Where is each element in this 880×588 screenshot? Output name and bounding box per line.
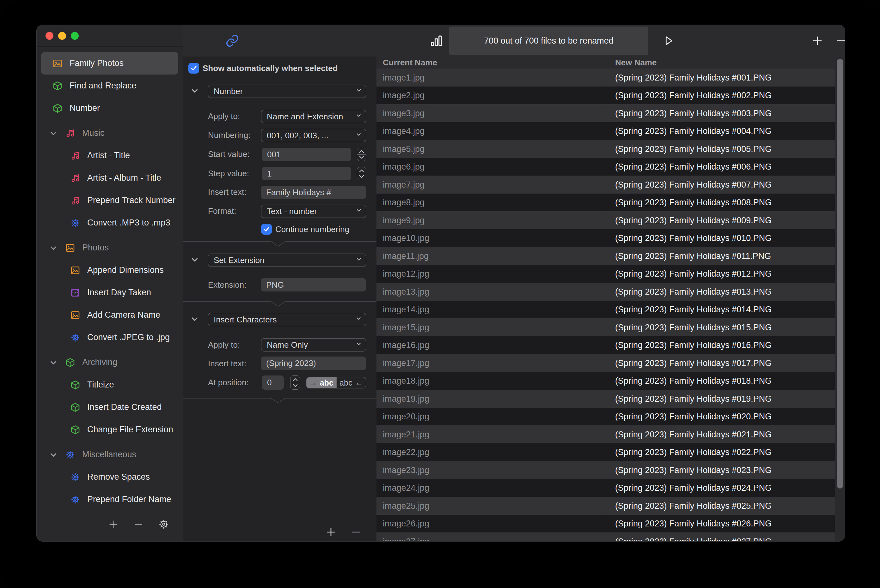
- zoom-button[interactable]: [71, 32, 79, 40]
- start-value-input[interactable]: 001: [262, 148, 351, 161]
- remove-preset-button[interactable]: [128, 514, 149, 534]
- table-row[interactable]: image27.jpg(Spring 2023) Family Holidays…: [376, 532, 835, 541]
- segment-from-start[interactable]: →abc: [307, 377, 336, 388]
- sidebar-item-convert-mp3-to-mp3[interactable]: Convert .MP3 to .mp3: [37, 212, 183, 234]
- table-row[interactable]: image11.jpg(Spring 2023) Family Holidays…: [376, 247, 835, 265]
- table-row[interactable]: image24.jpg(Spring 2023) Family Holidays…: [376, 479, 835, 497]
- table-row[interactable]: image10.jpg(Spring 2023) Family Holidays…: [376, 229, 835, 247]
- minimize-button[interactable]: [58, 32, 66, 40]
- insert-characters-input[interactable]: (Spring 2023): [261, 357, 366, 370]
- table-row[interactable]: image20.jpg(Spring 2023) Family Holidays…: [376, 408, 835, 426]
- chevron-down-icon[interactable]: [49, 129, 58, 138]
- close-button[interactable]: [45, 32, 53, 40]
- insert-text-input[interactable]: Family Holidays #: [261, 186, 366, 199]
- sidebar-item-archiving[interactable]: Archiving: [37, 351, 183, 374]
- format-select[interactable]: Text - number: [261, 205, 366, 218]
- extension-input[interactable]: PNG: [261, 278, 366, 291]
- statistics-button[interactable]: [427, 32, 445, 50]
- table-row[interactable]: image21.jpg(Spring 2023) Family Holidays…: [376, 425, 835, 443]
- sidebar-item-miscellaneous[interactable]: Miscellaneous: [37, 443, 183, 466]
- chevron-down-icon[interactable]: [190, 314, 199, 325]
- sidebar-item-convert-jpeg-to-jpg[interactable]: Convert .JPEG to .jpg: [37, 326, 183, 349]
- table-row[interactable]: image1.jpg(Spring 2023) Family Holidays …: [376, 69, 835, 87]
- column-divider[interactable]: [605, 57, 605, 541]
- current-name-cell: image11.jpg: [383, 251, 429, 261]
- at-position-label: At position:: [208, 378, 249, 387]
- sidebar-item-add-camera-name[interactable]: Add Camera Name: [37, 304, 183, 326]
- table-row[interactable]: image4.jpg(Spring 2023) Family Holidays …: [376, 122, 835, 140]
- table-row[interactable]: image19.jpg(Spring 2023) Family Holidays…: [376, 390, 835, 408]
- sidebar-item-remove-spaces[interactable]: Remove Spaces: [37, 466, 183, 488]
- position-stepper[interactable]: [290, 375, 300, 390]
- sidebar-item-insert-date-created[interactable]: Insert Date Created: [37, 396, 183, 418]
- table-row[interactable]: image7.jpg(Spring 2023) Family Holidays …: [376, 176, 835, 194]
- sidebar-item-find-and-replace[interactable]: Find and Replace: [37, 75, 183, 97]
- sidebar-item-photos[interactable]: Photos: [37, 237, 183, 259]
- add-action-toolbar-button[interactable]: [808, 32, 827, 50]
- extension-label: Extension:: [208, 280, 246, 290]
- current-name-cell: image4.jpg: [383, 126, 424, 136]
- step-value-input[interactable]: 1: [262, 167, 351, 180]
- chevron-down-icon[interactable]: [190, 255, 199, 266]
- preset-settings-button[interactable]: [153, 514, 174, 534]
- action-select-insert-characters[interactable]: Insert Characters: [208, 313, 366, 326]
- table-row[interactable]: image5.jpg(Spring 2023) Family Holidays …: [376, 140, 835, 158]
- sidebar-item-insert-day-taken[interactable]: Insert Day Taken: [37, 281, 183, 304]
- chevron-down-icon[interactable]: [190, 86, 199, 97]
- table-row[interactable]: image14.jpg(Spring 2023) Family Holidays…: [376, 301, 835, 319]
- add-preset-button[interactable]: [103, 514, 123, 534]
- link-preset-button[interactable]: [224, 32, 241, 50]
- sidebar-item-number[interactable]: Number: [37, 97, 183, 119]
- table-row[interactable]: image26.jpg(Spring 2023) Family Holidays…: [376, 515, 835, 533]
- run-rename-button[interactable]: [659, 32, 678, 50]
- sidebar-item-titleize[interactable]: Titleize: [37, 374, 183, 396]
- column-header-new-name[interactable]: New Name: [615, 58, 657, 68]
- table-row[interactable]: image18.jpg(Spring 2023) Family Holidays…: [376, 372, 835, 390]
- table-row[interactable]: image16.jpg(Spring 2023) Family Holidays…: [376, 336, 835, 354]
- table-row[interactable]: image25.jpg(Spring 2023) Family Holidays…: [376, 497, 835, 515]
- numbering-select[interactable]: 001, 002, 003, ...: [261, 129, 366, 142]
- action-select-number[interactable]: Number: [208, 85, 366, 98]
- apply-to-value: Name Only: [267, 340, 308, 350]
- table-row[interactable]: image12.jpg(Spring 2023) Family Holidays…: [376, 265, 835, 283]
- remove-action-button[interactable]: [347, 523, 366, 542]
- apply-to-select[interactable]: Name and Extension: [261, 110, 366, 123]
- sidebar-item-append-dimensions[interactable]: Append Dimensions: [37, 259, 183, 281]
- sidebar-item-prepend-folder-name[interactable]: Prepend Folder Name: [37, 488, 183, 511]
- column-header-current-name[interactable]: Current Name: [383, 58, 437, 68]
- scrollbar-thumb[interactable]: [837, 59, 843, 489]
- chevron-down-icon[interactable]: [49, 243, 58, 253]
- sidebar-item-artist-album-title[interactable]: Artist - Album - Title: [37, 167, 183, 189]
- auto-show-checkbox[interactable]: [188, 63, 199, 74]
- step-value-stepper[interactable]: [357, 167, 366, 180]
- position-input[interactable]: 0: [262, 375, 284, 390]
- table-row[interactable]: image22.jpg(Spring 2023) Family Holidays…: [376, 443, 835, 461]
- add-action-button[interactable]: [322, 523, 340, 542]
- action-select-set-extension[interactable]: Set Extension: [208, 254, 366, 267]
- table-row[interactable]: image15.jpg(Spring 2023) Family Holidays…: [376, 318, 835, 336]
- vertical-scrollbar[interactable]: [835, 57, 845, 541]
- table-row[interactable]: image6.jpg(Spring 2023) Family Holidays …: [376, 158, 835, 176]
- sidebar-item-change-file-extension[interactable]: Change File Extension: [37, 418, 183, 441]
- continue-numbering-checkbox[interactable]: [261, 224, 272, 235]
- current-name-cell: image24.jpg: [383, 483, 429, 493]
- chevron-down-icon: [355, 340, 363, 350]
- table-row[interactable]: image23.jpg(Spring 2023) Family Holidays…: [376, 461, 835, 479]
- remove-action-toolbar-button[interactable]: [832, 32, 845, 50]
- segment-from-end[interactable]: abc←: [336, 377, 366, 388]
- current-name-cell: image2.jpg: [383, 91, 424, 100]
- chevron-down-icon[interactable]: [49, 358, 58, 367]
- table-row[interactable]: image17.jpg(Spring 2023) Family Holidays…: [376, 354, 835, 372]
- table-row[interactable]: image13.jpg(Spring 2023) Family Holidays…: [376, 283, 835, 301]
- chevron-down-icon[interactable]: [49, 450, 58, 459]
- sidebar-item-music[interactable]: Music: [37, 122, 183, 144]
- table-row[interactable]: image9.jpg(Spring 2023) Family Holidays …: [376, 211, 835, 229]
- table-row[interactable]: image8.jpg(Spring 2023) Family Holidays …: [376, 194, 835, 212]
- sidebar-item-prepend-track-number[interactable]: Prepend Track Number: [37, 189, 183, 212]
- sidebar-item-family-photos[interactable]: Family Photos: [41, 52, 178, 75]
- sidebar-item-artist-title[interactable]: Artist - Title: [37, 144, 183, 167]
- start-value-stepper[interactable]: [357, 148, 366, 161]
- table-row[interactable]: image3.jpg(Spring 2023) Family Holidays …: [376, 104, 835, 122]
- table-row[interactable]: image2.jpg(Spring 2023) Family Holidays …: [376, 87, 835, 105]
- apply-to-select-2[interactable]: Name Only: [261, 338, 366, 351]
